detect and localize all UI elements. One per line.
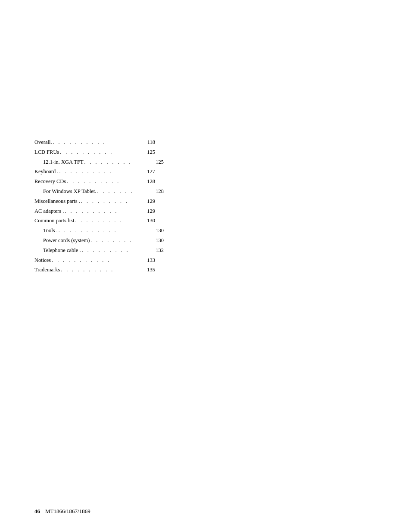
toc-label: Power cords (system) bbox=[43, 236, 90, 245]
footer-page-number: 46 bbox=[34, 508, 40, 515]
toc-dots: . . . . . . . . . . bbox=[66, 177, 145, 186]
toc-dots: . . . . . . . . . . bbox=[60, 266, 145, 274]
toc-entry: AC adapters .. . . . . . . . . .129 bbox=[34, 207, 155, 216]
toc-page-number: 118 bbox=[145, 138, 155, 147]
footer-title: MT1866/1867/1869 bbox=[45, 508, 90, 515]
toc-page-number: 135 bbox=[145, 265, 155, 274]
toc-label: Overall. bbox=[34, 138, 52, 147]
toc-dots: . . . . . . . . . . . bbox=[58, 227, 153, 235]
toc-dots: . . . . . . . . . bbox=[80, 197, 145, 206]
toc-entry: Telephone cable .. . . . . . . . .132 bbox=[43, 246, 164, 255]
toc-label: Miscellaneous parts . bbox=[34, 197, 80, 206]
toc-label: For Windows XP Tablet. bbox=[43, 187, 96, 196]
toc-dots: . . . . . . . . bbox=[90, 236, 153, 245]
toc-label: Recovery CDs bbox=[34, 177, 66, 186]
toc-entry: LCD FRUs. . . . . . . . . .125 bbox=[34, 148, 155, 157]
toc-entry: Tools .. . . . . . . . . . .130 bbox=[43, 226, 164, 235]
toc-dots: . . . . . . . . . . bbox=[52, 138, 145, 147]
toc-page-number: 132 bbox=[153, 246, 164, 255]
toc-page-number: 128 bbox=[153, 187, 164, 196]
toc-dots: . . . . . . . . . . bbox=[59, 148, 145, 157]
toc-label: Telephone cable . bbox=[43, 246, 81, 255]
toc-dots: . . . . . . . . . bbox=[84, 158, 153, 167]
toc-label: Trademarks bbox=[34, 265, 60, 274]
toc-page-number: 130 bbox=[145, 216, 155, 225]
toc-page-number: 129 bbox=[145, 197, 155, 206]
toc-label: Notices bbox=[34, 256, 51, 265]
toc-dots: . . . . . . . . . . . bbox=[51, 256, 145, 265]
toc-entry: Miscellaneous parts .. . . . . . . . .12… bbox=[34, 197, 155, 206]
toc-label: Common parts list bbox=[34, 216, 74, 225]
toc-page-number: 129 bbox=[145, 207, 155, 216]
toc-entry: For Windows XP Tablet.. . . . . . .128 bbox=[43, 187, 164, 196]
toc-label: LCD FRUs bbox=[34, 148, 59, 157]
toc-dots: . . . . . . . . . . bbox=[64, 207, 145, 216]
toc-entry: Notices. . . . . . . . . . .133 bbox=[34, 256, 155, 265]
toc-page-number: 128 bbox=[145, 177, 155, 186]
toc-section: Overall.. . . . . . . . . .118LCD FRUs. … bbox=[34, 138, 377, 274]
toc-entry: Common parts list. . . . . . . . .130 bbox=[34, 216, 155, 225]
toc-entry: 12.1-in. XGA TFT. . . . . . . . .125 bbox=[43, 158, 164, 167]
toc-dots: . . . . . . . . . . bbox=[59, 168, 145, 176]
toc-dots: . . . . . . . bbox=[96, 187, 153, 196]
toc-page-number: 125 bbox=[145, 148, 155, 157]
toc-label: AC adapters . bbox=[34, 207, 64, 216]
page: Overall.. . . . . . . . . .118LCD FRUs. … bbox=[0, 0, 411, 532]
toc-page-number: 130 bbox=[153, 226, 164, 235]
toc-label: Tools . bbox=[43, 226, 58, 235]
toc-entry: Recovery CDs. . . . . . . . . .128 bbox=[34, 177, 155, 186]
toc-page-number: 133 bbox=[145, 256, 155, 265]
footer: 46 MT1866/1867/1869 bbox=[34, 508, 90, 515]
toc-label: 12.1-in. XGA TFT bbox=[43, 158, 84, 167]
toc-label: Keyboard . bbox=[34, 167, 59, 176]
toc-entry: Power cords (system). . . . . . . .130 bbox=[43, 236, 164, 245]
toc-dots: . . . . . . . . . bbox=[81, 246, 153, 255]
toc-entry: Overall.. . . . . . . . . .118 bbox=[34, 138, 155, 147]
toc-page-number: 127 bbox=[145, 167, 155, 176]
toc-entry: Trademarks. . . . . . . . . .135 bbox=[34, 265, 155, 274]
toc-entry: Keyboard .. . . . . . . . . .127 bbox=[34, 167, 155, 176]
toc-dots: . . . . . . . . . bbox=[74, 217, 145, 225]
toc-page-number: 125 bbox=[153, 158, 164, 167]
toc-page-number: 130 bbox=[153, 236, 164, 245]
